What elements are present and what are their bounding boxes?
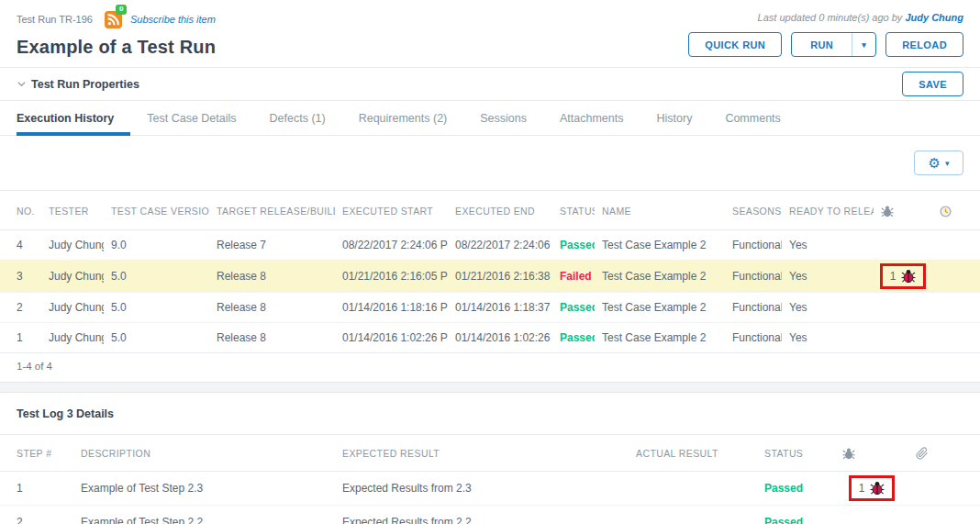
reload-button[interactable]: RELOAD — [885, 32, 963, 57]
bug-icon — [842, 447, 855, 460]
cell-defects: 1 — [874, 261, 932, 293]
cell-tester: Judy Chung — [41, 293, 104, 323]
cell-name: Test Case Example 2 — [595, 230, 725, 261]
action-buttons: QUICK RUN RUN ▾ RELOAD — [688, 32, 963, 57]
grid-settings-button[interactable]: ⚙ ▾ — [914, 151, 963, 175]
col-no: NO. — [0, 191, 41, 230]
tab-defects[interactable]: Defects (1) — [253, 101, 342, 135]
col-release-clock — [932, 191, 980, 230]
cell-step-defects: 1 — [835, 472, 908, 506]
cell-description: Example of Test Step 2.2 — [73, 506, 335, 524]
cell-release-clock — [932, 261, 980, 293]
cell-ready: Yes — [782, 323, 874, 353]
cell-no: 3 — [0, 261, 41, 293]
col-executed-start: EXECUTED START — [335, 191, 448, 230]
breadcrumb: Test Run TR-196 0 Subscribe this item — [17, 8, 216, 30]
test-log-row-1[interactable]: 1 Example of Test Step 2.3 Expected Resu… — [0, 472, 980, 506]
cell-target: Release 8 — [209, 323, 335, 353]
cell-version: 5.0 — [104, 293, 209, 323]
run-dropdown-caret-icon[interactable]: ▾ — [852, 33, 875, 56]
last-updated-user-link[interactable]: Judy Chung — [905, 12, 963, 23]
cell-release-clock — [932, 323, 980, 353]
cell-step-defects — [835, 506, 908, 524]
cell-start: 01/21/2016 2:16:05 PM — [335, 261, 448, 293]
tab-requirements[interactable]: Requirements (2) — [342, 101, 464, 135]
defect-ladybug-icon[interactable] — [901, 269, 916, 284]
col-status: STATUS — [552, 191, 595, 230]
save-button[interactable]: SAVE — [902, 72, 963, 96]
col-step-status: STATUS — [757, 435, 835, 472]
cell-expected: Expected Results from 2.2 — [335, 506, 629, 524]
chevron-down-icon — [17, 79, 27, 89]
item-type-label: Test Run — [17, 14, 56, 25]
col-name: NAME — [595, 191, 725, 230]
execution-row-4[interactable]: 4 Judy Chung 9.0 Release 7 08/22/2017 2:… — [0, 230, 980, 261]
col-description: DESCRIPTION — [73, 435, 335, 472]
tab-execution-history[interactable]: Execution History — [17, 101, 130, 135]
cell-seasons: Functional — [725, 323, 782, 353]
execution-row-2[interactable]: 2 Judy Chung 5.0 Release 8 01/14/2016 1:… — [0, 293, 980, 323]
cell-no: 2 — [0, 293, 41, 323]
item-type-and-id: Test Run TR-196 — [17, 14, 93, 25]
cell-defects — [874, 230, 932, 261]
run-button-label[interactable]: RUN — [792, 33, 852, 56]
execution-row-3-highlighted[interactable]: 3 Judy Chung 5.0 Release 8 01/21/2016 2:… — [0, 261, 980, 293]
tab-history[interactable]: History — [640, 101, 708, 135]
cell-no: 4 — [0, 230, 41, 261]
cell-actual — [629, 506, 757, 524]
item-id: TR-196 — [59, 14, 93, 25]
cell-end: 08/22/2017 2:24:06 PM — [448, 230, 552, 261]
tab-test-case-details[interactable]: Test Case Details — [130, 101, 252, 135]
cell-target: Release 8 — [209, 261, 335, 293]
subscribe-link[interactable]: Subscribe this item — [130, 14, 216, 25]
tab-bar: Execution History Test Case Details Defe… — [0, 101, 980, 136]
quick-run-button[interactable]: QUICK RUN — [688, 32, 782, 57]
cell-version: 5.0 — [104, 261, 209, 293]
defect-annotation-box: 1 — [849, 475, 896, 501]
tab-sessions[interactable]: Sessions — [463, 101, 543, 135]
execution-row-1[interactable]: 1 Judy Chung 5.0 Release 8 01/14/2016 1:… — [0, 323, 980, 353]
cell-actual — [629, 472, 757, 506]
bug-icon — [881, 205, 894, 217]
cell-ready: Yes — [782, 293, 874, 323]
cell-tester: Judy Chung — [41, 323, 104, 353]
clock-icon — [940, 206, 952, 217]
test-log-row-2[interactable]: 2 Example of Test Step 2.2 Expected Resu… — [0, 506, 980, 524]
top-left: Test Run TR-196 0 Subscribe this item Ex… — [17, 8, 216, 58]
cell-attachments — [908, 506, 980, 524]
section-divider — [0, 382, 980, 393]
cell-defects — [874, 323, 932, 353]
page-title: Example of a Test Run — [17, 37, 216, 58]
defect-ladybug-icon[interactable] — [870, 481, 885, 496]
grid-toolbar: ⚙ ▾ — [0, 136, 980, 191]
cell-name: Test Case Example 2 — [595, 261, 725, 293]
cell-description: Example of Test Step 2.3 — [73, 472, 335, 506]
status-badge: Passed — [764, 516, 803, 524]
paperclip-icon — [916, 447, 929, 460]
cell-step: 2 — [0, 506, 73, 524]
run-split-button[interactable]: RUN ▾ — [791, 32, 876, 57]
status-badge: Passed — [560, 331, 595, 344]
status-badge: Failed — [560, 270, 592, 283]
tab-attachments[interactable]: Attachments — [543, 101, 640, 135]
col-executed-end: EXECUTED END — [448, 191, 552, 230]
col-expected-result: EXPECTED RESULT — [335, 435, 629, 472]
cell-ready: Yes — [782, 261, 874, 293]
status-badge: Passed — [560, 301, 595, 314]
cell-end: 01/21/2016 2:16:38 PM — [448, 261, 552, 293]
col-tester: TESTER — [41, 191, 104, 230]
cell-version: 5.0 — [104, 323, 209, 353]
last-updated-text: Last updated 0 minute(s) ago by Judy Chu… — [758, 12, 963, 23]
cell-start: 08/22/2017 2:24:06 PM — [335, 230, 448, 261]
col-seasons: SEASONS — [725, 191, 782, 230]
col-step-defects — [835, 435, 908, 472]
cell-seasons: Functional — [725, 261, 782, 293]
col-attachments — [908, 435, 980, 472]
cell-name: Test Case Example 2 — [595, 323, 725, 353]
defect-annotation-box: 1 — [880, 263, 927, 289]
properties-section-toggle[interactable]: Test Run Properties — [17, 78, 139, 91]
rss-subscribe-icon[interactable]: 0 — [105, 11, 122, 28]
cell-attachments — [908, 472, 980, 506]
col-ready-to-release: READY TO RELEASE? — [782, 191, 874, 230]
tab-comments[interactable]: Comments — [708, 101, 796, 135]
